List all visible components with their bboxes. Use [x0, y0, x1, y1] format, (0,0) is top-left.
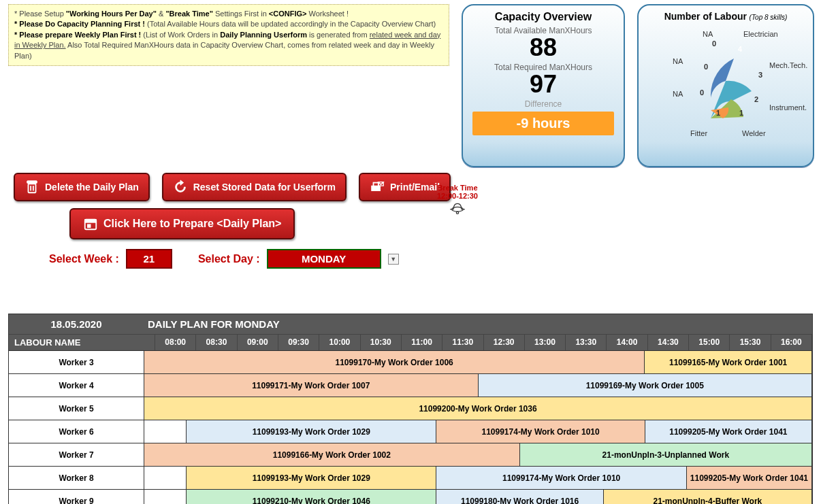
schedule-row: Worker 911099210-My Work Order 104611099… [9, 489, 812, 504]
schedule-row: Worker 711099166-My Work Order 100221-mo… [9, 443, 812, 466]
work-order-bar[interactable]: 11099205-My Work Order 1041 [687, 467, 812, 489]
svg-rect-0 [27, 181, 37, 184]
labour-name-cell: Worker 5 [9, 397, 144, 420]
plan-title: DAILY PLAN FOR MONDAY [144, 314, 812, 334]
time-header-cell: 14:30 [648, 335, 689, 350]
work-order-bar[interactable]: 11099205-My Work Order 1041 [645, 420, 812, 443]
work-order-bar[interactable]: 11099180-My Work Order 1016 [436, 490, 603, 504]
work-order-bar[interactable]: 11099171-My Work Order 1007 [144, 374, 479, 397]
labour-name-cell: Worker 6 [9, 420, 144, 443]
svg-rect-8 [87, 224, 91, 228]
break-time-indicator: Break Time 12:00-12:30 [437, 184, 478, 215]
work-order-bar[interactable]: 11099166-My Work Order 1002 [144, 443, 520, 466]
labour-name-cell: Worker 4 [9, 374, 144, 397]
time-header-cell: 11:00 [402, 335, 442, 350]
work-order-bar[interactable]: 11099165-My Work Order 1001 [645, 351, 812, 373]
time-header-cell: 12:30 [484, 335, 525, 350]
time-header-row: LABOUR NAME 08:0008:3009:0009:3010:0010:… [9, 334, 812, 350]
daily-plan-table: 18.05.2020 DAILY PLAN FOR MONDAY LABOUR … [8, 314, 813, 504]
labour-title: Number of Labour [664, 11, 747, 22]
time-header-cell: 15:00 [689, 335, 730, 350]
work-order-bar[interactable]: 11099193-My Work Order 1029 [187, 420, 436, 443]
available-value: 88 [472, 35, 614, 60]
trash-icon [25, 180, 39, 195]
time-header-cell: 15:30 [730, 335, 771, 350]
work-order-bar[interactable] [144, 490, 187, 504]
setup-notice: * Please Setup "Working Hours Per Day" &… [8, 4, 449, 66]
time-header-cell: 10:30 [361, 335, 402, 350]
work-order-bar[interactable] [144, 420, 187, 443]
svg-rect-1 [29, 184, 36, 192]
reset-data-button[interactable]: Reset Stored Data for Userform [162, 173, 347, 201]
day-value[interactable]: MONDAY [267, 249, 381, 269]
time-header-cell: 13:30 [566, 335, 607, 350]
labour-name-header: LABOUR NAME [9, 335, 155, 350]
time-header-cell: 14:00 [607, 335, 647, 350]
schedule-row: Worker 811099193-My Work Order 102911099… [9, 466, 812, 489]
time-header-cell: 16:00 [771, 335, 812, 350]
time-header-cell: 08:30 [196, 335, 237, 350]
bell-icon [449, 201, 466, 215]
delete-plan-button[interactable]: Delete the Daily Plan [14, 173, 150, 201]
schedule-row: Worker 611099193-My Work Order 102911099… [9, 420, 812, 443]
time-header-cell: 13:00 [525, 335, 566, 350]
time-header-cell: 10:00 [319, 335, 360, 350]
labour-pie-icon [711, 50, 758, 118]
day-dropdown-arrow[interactable]: ▼ [388, 254, 399, 265]
time-header-cell: 08:00 [155, 335, 196, 350]
refresh-icon [173, 180, 188, 195]
capacity-title: Capacity Overview [472, 11, 614, 23]
work-order-bar[interactable]: 11099210-My Work Order 1046 [187, 490, 436, 504]
labour-name-cell: Worker 7 [9, 443, 144, 466]
calendar-icon [83, 216, 98, 231]
print-email-icon [370, 180, 385, 195]
svg-rect-5 [374, 183, 379, 187]
required-value: 97 [472, 72, 614, 97]
labour-name-cell: Worker 8 [9, 467, 144, 489]
labour-chart-panel: Number of Labour (Top 8 skills) NA Elect… [637, 4, 814, 167]
difference-value: -9 hours [472, 112, 614, 135]
work-order-bar[interactable]: 21-monUnpln-3-Unplanned Work [520, 443, 812, 466]
work-order-bar[interactable]: 11099174-My Work Order 1010 [436, 420, 645, 443]
schedule-row: Worker 311099170-My Work Order 100611099… [9, 350, 812, 373]
work-order-bar[interactable]: 21-monUnpln-4-Buffer Work [604, 490, 812, 504]
time-header-cell: 09:30 [278, 335, 319, 350]
svg-point-12 [456, 212, 458, 214]
work-order-bar[interactable] [144, 467, 187, 489]
time-header-cell: 11:30 [442, 335, 483, 350]
labour-name-cell: Worker 9 [9, 490, 144, 504]
time-header-cell: 09:00 [238, 335, 278, 350]
capacity-overview-panel: Capacity Overview Total Available ManXHo… [462, 4, 625, 167]
schedule-row: Worker 411099171-My Work Order 100711099… [9, 373, 812, 397]
difference-label: Difference [472, 99, 614, 109]
select-day-label: Select Day : [198, 253, 260, 265]
work-order-bar[interactable]: 11099200-My Work Order 1036 [144, 397, 812, 420]
week-value[interactable]: 21 [126, 249, 172, 269]
svg-rect-7 [85, 220, 97, 223]
work-order-bar[interactable]: 11099169-My Work Order 1005 [479, 374, 813, 397]
prepare-plan-button[interactable]: Click Here to Prepare <Daily Plan> [69, 208, 295, 239]
select-week-label: Select Week : [49, 253, 119, 265]
work-order-bar[interactable]: 11099174-My Work Order 1010 [436, 467, 686, 489]
schedule-row: Worker 511099200-My Work Order 1036 [9, 397, 812, 420]
work-order-bar[interactable]: 11099170-My Work Order 1006 [144, 351, 645, 373]
plan-date: 18.05.2020 [9, 314, 144, 334]
labour-name-cell: Worker 3 [9, 351, 144, 373]
work-order-bar[interactable]: 11099193-My Work Order 1029 [187, 467, 436, 489]
